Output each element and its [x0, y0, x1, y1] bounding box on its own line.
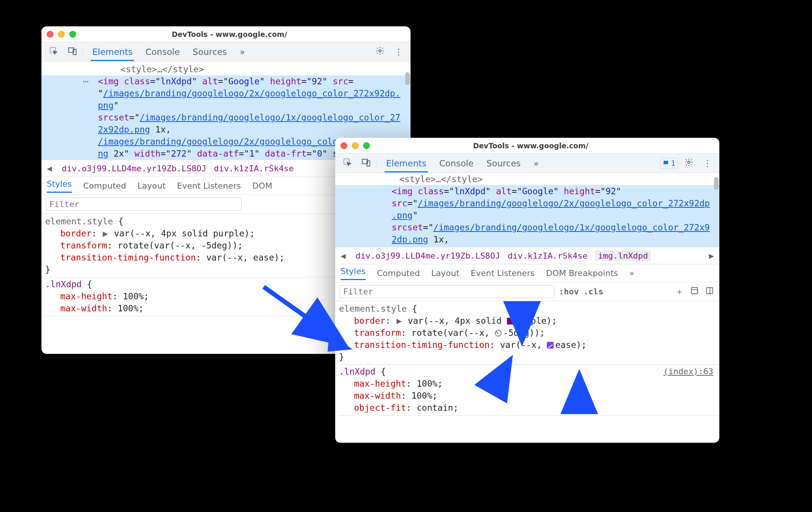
tab-console[interactable]: Console	[438, 154, 475, 172]
device-toggle-icon[interactable]	[64, 44, 81, 59]
tab-console[interactable]: Console	[144, 43, 181, 61]
inspect-icon[interactable]	[45, 44, 62, 59]
breadcrumb-prev-icon[interactable]: ◀	[338, 251, 348, 261]
styles-subtabs: Styles Computed Layout Event Listeners D…	[335, 264, 719, 282]
style-tag-faded: <style>…</style>	[335, 173, 719, 185]
breadcrumb-item-1[interactable]: div.o3j99.LLD4me.yr19Zb.LS8OJ	[356, 251, 500, 261]
subtab-styles[interactable]: Styles	[340, 267, 366, 280]
tab-more-icon[interactable]: »	[238, 43, 247, 61]
close-window-icon[interactable]	[47, 31, 53, 38]
minimize-window-icon[interactable]	[352, 142, 359, 149]
zoom-window-icon[interactable]	[69, 31, 76, 38]
zoom-window-icon[interactable]	[363, 142, 370, 149]
elements-tree[interactable]: <style>…</style> <img class="lnXdpd" alt…	[335, 173, 719, 247]
titlebar: DevTools - www.google.com/	[41, 26, 411, 42]
breadcrumb: ◀ div.o3j99.LLD4me.yr19Zb.LS8OJ div.k1zI…	[335, 247, 719, 264]
angle-swatch-icon[interactable]	[495, 330, 502, 337]
render-emulations-icon[interactable]	[689, 286, 700, 297]
main-toolbar: Elements Console Sources » 1 ⋮	[335, 154, 719, 173]
subtab-styles[interactable]: Styles	[47, 179, 72, 193]
source-link[interactable]: (index):63	[664, 366, 713, 378]
subtab-dom-breakpoints[interactable]: DOM	[252, 181, 272, 190]
expand-icon[interactable]: ▶	[102, 227, 109, 239]
gear-icon[interactable]	[681, 155, 697, 171]
styles-filter-row: :hov .cls ＋	[335, 282, 719, 301]
window-title: DevTools - www.google.com/	[76, 30, 405, 38]
tab-bar: Elements Console Sources »	[91, 43, 247, 61]
cls-toggle[interactable]: .cls	[583, 287, 603, 296]
svg-point-7	[688, 161, 690, 163]
subtab-layout[interactable]: Layout	[431, 268, 459, 278]
breadcrumb-next-icon[interactable]: ▶	[707, 251, 716, 261]
breadcrumb-item-2[interactable]: div.k1zIA.rSk4se	[508, 251, 588, 261]
breadcrumb-prev-icon[interactable]: ◀	[44, 164, 54, 173]
close-window-icon[interactable]	[340, 142, 347, 149]
subtab-event-listeners[interactable]: Event Listeners	[471, 268, 535, 278]
subtab-event-listeners[interactable]: Event Listeners	[177, 181, 241, 190]
expand-icon[interactable]: ▶	[396, 315, 403, 327]
breadcrumb-item-3[interactable]: img.lnXdpd	[595, 250, 651, 261]
collapsed-icon[interactable]: ⋯	[83, 75, 89, 87]
device-toggle-icon[interactable]	[358, 155, 374, 171]
subtab-dom-breakpoints[interactable]: DOM Breakpoints	[546, 268, 618, 278]
scrollbar[interactable]	[405, 72, 410, 85]
style-tag-faded: <style>…</style>	[41, 63, 411, 75]
minimize-window-icon[interactable]	[58, 31, 65, 38]
window-controls	[340, 142, 370, 149]
breadcrumb-item-2[interactable]: div.k1zIA.rSk4se	[214, 164, 294, 173]
selected-node[interactable]: <img class="lnXdpd" alt="Google" height=…	[335, 185, 719, 247]
rule-element-style: element.style { border: ▶ var(--x, 4px s…	[339, 303, 719, 365]
rule-lnxdpd: (index):63 .lnXdpd { max-height: 100%; m…	[339, 366, 719, 416]
window-controls	[47, 31, 76, 38]
color-swatch-icon[interactable]	[507, 318, 514, 325]
svg-rect-8	[691, 288, 698, 294]
filter-input[interactable]	[340, 285, 554, 298]
window-title: DevTools - www.google.com/	[370, 142, 714, 150]
new-rule-icon[interactable]: ＋	[674, 286, 685, 297]
styles-rules[interactable]: element.style { border: ▶ var(--x, 4px s…	[335, 301, 719, 443]
scrollbar[interactable]	[714, 177, 719, 190]
inspect-icon[interactable]	[339, 155, 356, 171]
kebab-icon[interactable]: ⋮	[391, 45, 407, 59]
tab-elements[interactable]: Elements	[91, 43, 134, 61]
bezier-swatch-icon[interactable]	[547, 342, 554, 349]
subtab-computed[interactable]: Computed	[83, 181, 126, 190]
kebab-icon[interactable]: ⋮	[699, 156, 716, 171]
subtab-computed[interactable]: Computed	[377, 268, 420, 278]
issues-chip[interactable]: 1	[660, 158, 678, 169]
svg-point-3	[379, 50, 381, 52]
gear-icon[interactable]	[372, 44, 388, 59]
tab-more-icon[interactable]: »	[532, 154, 540, 172]
filter-input[interactable]	[46, 198, 242, 211]
tab-sources[interactable]: Sources	[191, 43, 229, 61]
subtab-more-icon[interactable]: »	[629, 268, 634, 278]
subtab-layout[interactable]: Layout	[137, 181, 166, 190]
tab-sources[interactable]: Sources	[485, 154, 522, 172]
main-toolbar: Elements Console Sources » ⋮	[41, 42, 411, 62]
tab-bar: Elements Console Sources »	[385, 154, 540, 172]
devtools-window-after: DevTools - www.google.com/ Elements Cons…	[335, 138, 719, 443]
tab-elements[interactable]: Elements	[385, 154, 428, 172]
titlebar: DevTools - www.google.com/	[335, 138, 719, 154]
breadcrumb-item-1[interactable]: div.o3j99.LLD4me.yr19Zb.LS8OJ	[62, 164, 206, 173]
hov-toggle[interactable]: :hov	[559, 287, 579, 296]
computed-panel-icon[interactable]	[704, 286, 715, 297]
